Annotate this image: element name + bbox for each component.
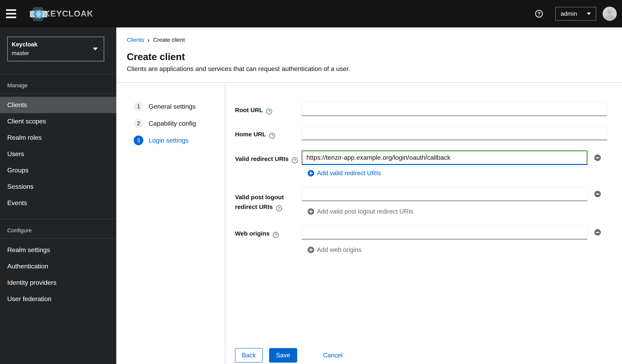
sidebar-item-authentication[interactable]: Authentication [0, 258, 116, 274]
sidebar-item-identity-providers[interactable]: Identity providers [0, 274, 116, 291]
nav-section-manage: Manage [0, 74, 116, 93]
user-menu-dropdown[interactable]: admin [555, 7, 596, 20]
sidebar-item-realm-roles[interactable]: Realm roles [0, 129, 116, 146]
sidebar-item-clients[interactable]: Clients [0, 97, 116, 113]
step-number: 3 [134, 136, 143, 145]
valid-post-logout-redirect-uris-input[interactable] [302, 187, 587, 201]
remove-post-logout-uri-button[interactable] [594, 191, 601, 197]
web-origins-label: Web origins? [235, 225, 302, 254]
cancel-button[interactable]: Cancel [323, 348, 343, 363]
page-subtitle: Clients are applications and services th… [127, 65, 611, 73]
sidebar-item-events[interactable]: Events [0, 195, 116, 211]
sidebar-item-users[interactable]: Users [0, 146, 116, 162]
breadcrumb-chevron-icon: › [148, 36, 150, 44]
avatar-icon [603, 7, 617, 21]
save-button[interactable]: Save [269, 348, 297, 363]
root-url-label: Root URL? [235, 102, 302, 116]
wizard-step-capability-config[interactable]: 2 Capability config [134, 119, 225, 128]
sidebar-item-user-federation[interactable]: User federation [0, 291, 116, 307]
wizard-footer: Back Save Cancel [235, 348, 342, 363]
valid-redirect-uris-input[interactable] [302, 150, 587, 165]
sidebar-item-client-scopes[interactable]: Client scopes [0, 113, 116, 129]
remove-web-origin-button[interactable] [594, 229, 601, 236]
step-number: 2 [134, 119, 143, 128]
nav-toggle-button[interactable] [0, 0, 21, 27]
sidebar-item-sessions[interactable]: Sessions [0, 179, 116, 195]
plus-circle-icon [308, 247, 314, 253]
login-settings-form: Root URL? Home URL? Valid redirect URIs? [225, 83, 622, 364]
sidebar-item-groups[interactable]: Groups [0, 162, 116, 179]
remove-redirect-uri-button[interactable] [594, 154, 601, 161]
root-url-input[interactable] [302, 102, 607, 116]
step-number: 1 [134, 102, 143, 111]
sidebar-nav: Manage Clients Client scopes Realm roles… [0, 74, 116, 307]
sidebar-item-realm-settings[interactable]: Realm settings [0, 242, 116, 258]
breadcrumb-current: Create client [153, 37, 185, 43]
add-web-origins-link[interactable]: Add web origins [308, 246, 601, 254]
keycloak-admin-app: KEYCLOAK ? admin Keycloak master [0, 0, 622, 364]
valid-post-logout-redirect-uris-label: Valid post logout redirect URIs? [235, 187, 302, 215]
sidebar: Keycloak master Manage Clients Client sc… [0, 27, 116, 364]
page-title: Create client [127, 51, 611, 62]
help-question-icon[interactable]: ? [269, 133, 275, 139]
breadcrumb-clients-link[interactable]: Clients [127, 37, 144, 43]
wizard-nav: 1 General settings 2 Capability config 3… [116, 83, 225, 364]
keycloak-logo[interactable]: KEYCLOAK [29, 6, 93, 22]
realm-selector-title: Keycloak [12, 40, 99, 48]
plus-circle-icon [308, 170, 314, 177]
plus-circle-icon [308, 208, 314, 215]
home-url-label: Home URL? [235, 126, 302, 140]
realm-selector[interactable]: Keycloak master [7, 37, 104, 61]
back-button[interactable]: Back [235, 348, 263, 363]
help-question-icon[interactable]: ? [276, 205, 282, 211]
add-valid-post-logout-redirect-uris-link[interactable]: Add valid post logout redirect URIs [308, 208, 601, 215]
help-question-icon[interactable]: ? [292, 157, 298, 163]
nav-section-configure: Configure [0, 219, 116, 238]
avatar[interactable] [603, 7, 617, 21]
wizard-step-login-settings[interactable]: 3 Login settings [134, 136, 225, 145]
page-header: Clients › Create client Create client Cl… [116, 27, 622, 83]
user-name: admin [561, 10, 577, 17]
help-icon[interactable]: ? [535, 10, 543, 18]
home-url-input[interactable] [302, 126, 607, 140]
add-valid-redirect-uris-link[interactable]: Add valid redirect URIs [308, 169, 601, 177]
masthead: KEYCLOAK ? admin [0, 0, 622, 27]
chevron-down-icon [587, 13, 591, 15]
help-question-icon[interactable]: ? [266, 109, 272, 114]
realm-selector-current: master [12, 48, 99, 58]
valid-redirect-uris-label: Valid redirect URIs? [235, 150, 302, 177]
help-question-icon[interactable]: ? [273, 232, 279, 238]
wizard-step-general-settings[interactable]: 1 General settings [134, 102, 225, 111]
breadcrumb: Clients › Create client [127, 37, 611, 43]
main-content: Clients › Create client Create client Cl… [116, 27, 622, 364]
web-origins-input[interactable] [302, 225, 587, 239]
brand-text: KEYCLOAK [44, 9, 93, 18]
chevron-down-icon [93, 48, 98, 50]
